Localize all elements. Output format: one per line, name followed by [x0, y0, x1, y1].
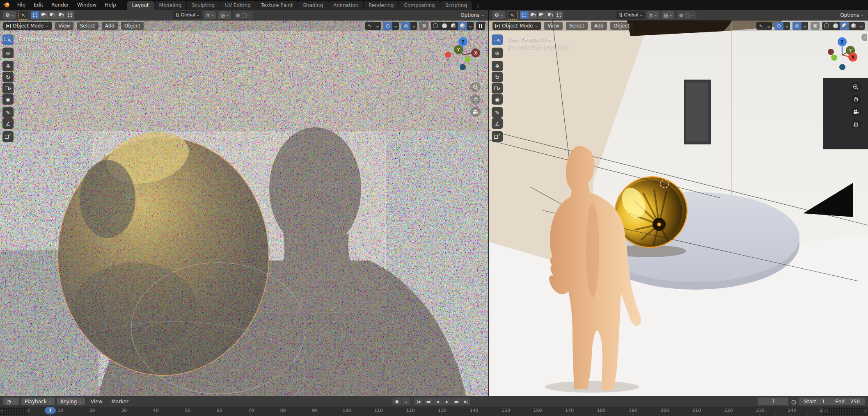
object-visibility-dropdown[interactable]: ↖ ⌄	[756, 22, 772, 30]
ruler-scroll-left-arrow[interactable]: ›	[1, 408, 3, 414]
tool-measure[interactable]: ∠	[492, 118, 503, 129]
tool-cursor[interactable]: ⊕	[2, 48, 14, 58]
camera-view-button[interactable]	[851, 107, 861, 117]
select-mode-intersect[interactable]	[554, 11, 563, 19]
keying-set-dropdown[interactable]: ⌄	[401, 398, 410, 405]
tool-annotate[interactable]: ✎	[492, 107, 503, 118]
tab-uv-editing[interactable]: UV Editing	[220, 1, 256, 10]
mode-dropdown[interactable]: Object Mode ⌄	[3, 22, 52, 30]
select-mode-subtract[interactable]	[48, 11, 57, 19]
record-button[interactable]: ●	[392, 398, 401, 405]
gizmo-y-neg[interactable]	[465, 57, 471, 63]
tweak-tool-button[interactable]: ↖	[508, 11, 518, 20]
shading-wireframe-button[interactable]	[431, 22, 440, 30]
snap-toggle[interactable]: ∩ ⌄	[204, 11, 216, 19]
shading-material-button[interactable]	[449, 22, 458, 30]
tool-rotate[interactable]: ↻	[2, 72, 14, 82]
gizmo-x-axis[interactable]: X	[471, 48, 480, 57]
menu-window[interactable]: Window	[73, 1, 100, 9]
keying-menu[interactable]: Keying ⌄	[57, 398, 85, 405]
shading-solid-button[interactable]	[440, 22, 449, 30]
select-mode-extend[interactable]	[529, 11, 537, 19]
proportional-falloff-dropdown[interactable]: ● ◯ ⌄	[234, 11, 253, 19]
select-mode-intersect[interactable]	[65, 11, 74, 19]
menu-render[interactable]: Render	[48, 1, 73, 9]
snap-toggle[interactable]: ∩ ⌄	[647, 11, 659, 19]
select-mode-set[interactable]	[520, 11, 529, 19]
tool-move[interactable]: ↔↕	[492, 61, 503, 71]
tool-add-cube[interactable]: +	[2, 131, 14, 142]
tab-sculpting[interactable]: Sculpting	[187, 1, 220, 10]
tweak-tool-button[interactable]: ↖	[18, 11, 28, 20]
tab-modeling[interactable]: Modeling	[154, 1, 187, 10]
gizmo-y-axis[interactable]: Y	[454, 45, 463, 54]
zoom-button[interactable]	[470, 82, 481, 92]
tab-shading[interactable]: Shading	[298, 1, 328, 10]
playback-menu[interactable]: Playback ⌄	[21, 398, 55, 405]
menu-file[interactable]: File	[14, 1, 29, 9]
proportional-falloff-dropdown[interactable]: ● ◯ ⌄	[677, 11, 696, 19]
gizmo-x-axis[interactable]: X	[848, 53, 857, 62]
tab-layout[interactable]: Layout	[127, 1, 154, 10]
tool-select-box[interactable]: ↖	[2, 34, 14, 45]
active-tool-dropdown[interactable]: ⚙ ⌄	[3, 11, 16, 19]
shading-wireframe-button[interactable]	[822, 22, 831, 30]
object-visibility-dropdown[interactable]: ↖ ⌄	[365, 22, 381, 30]
menu-edit[interactable]: Edit	[30, 1, 47, 9]
end-frame-field[interactable]: End 250	[830, 398, 865, 405]
overlays-toggle[interactable]: ◎ ⌄	[401, 22, 417, 30]
3d-viewport-left[interactable]: Object Mode ⌄ View Select Add Object ↖ ⌄…	[0, 21, 488, 396]
object-menu[interactable]: Object	[610, 22, 633, 30]
tool-add-cube[interactable]: +	[492, 131, 503, 142]
view-menu[interactable]: View	[544, 22, 562, 30]
object-menu[interactable]: Object	[121, 22, 144, 30]
tab-animation[interactable]: Animation	[328, 1, 363, 10]
transform-orientation-dropdown[interactable]: ⇅ Global ⌄	[616, 11, 645, 19]
select-mode-invert[interactable]	[57, 11, 65, 19]
play-button[interactable]: ▶	[442, 398, 451, 405]
tool-cursor[interactable]: ⊕	[492, 48, 503, 58]
pan-button[interactable]	[851, 94, 861, 105]
playhead[interactable]: 7	[45, 407, 56, 414]
overlays-toggle[interactable]: ◎ ⌄	[792, 22, 808, 30]
play-reverse-button[interactable]: ◀	[433, 398, 442, 405]
transform-orientation-dropdown[interactable]: ⇅ Global ⌄	[173, 11, 202, 19]
add-menu[interactable]: Add	[102, 22, 118, 30]
perspective-toggle-button[interactable]	[851, 119, 861, 129]
select-mode-extend[interactable]	[39, 11, 48, 19]
prev-keyframe-button[interactable]: ◀◆	[423, 398, 433, 405]
shading-material-button[interactable]	[840, 22, 849, 30]
tab-compositing[interactable]: Compositing	[399, 1, 440, 10]
navigation-gizmo-left[interactable]: Z Y X	[444, 35, 482, 73]
3d-viewport-right[interactable]: Object Mode ⌄ View Select Add Object ↖ ⌄…	[489, 21, 868, 396]
tool-scale[interactable]: ↗	[492, 83, 503, 94]
navigation-gizmo-right[interactable]: Z Y X	[824, 35, 862, 73]
current-frame-field[interactable]: 7	[758, 398, 788, 405]
active-tool-dropdown[interactable]: ⚙ ⌄	[492, 11, 505, 19]
menu-help[interactable]: Help	[101, 1, 119, 9]
gizmos-toggle[interactable]: ⊙ ⌄	[774, 22, 790, 30]
shading-rendered-button[interactable]	[849, 22, 858, 30]
camera-view-button[interactable]	[470, 107, 481, 117]
zoom-button[interactable]	[851, 82, 861, 92]
tool-rotate[interactable]: ↻	[492, 72, 503, 82]
tab-texture-paint[interactable]: Texture Paint	[256, 1, 298, 10]
ruler-scroll-right-arrow[interactable]: ‹	[864, 408, 866, 414]
select-menu[interactable]: Select	[566, 22, 588, 30]
add-workspace-button[interactable]: +	[472, 2, 483, 10]
region-collapse-arrow[interactable]: ‹	[861, 34, 867, 41]
gizmo-z-neg[interactable]	[839, 64, 845, 70]
xray-toggle[interactable]: ▣	[419, 22, 428, 30]
gizmo-x-neg[interactable]	[445, 52, 451, 58]
timeline-marker-menu[interactable]: Marker	[108, 399, 131, 405]
start-frame-field[interactable]: Start 1	[799, 398, 830, 405]
tool-select-box[interactable]: ↖	[492, 34, 503, 45]
stopwatch-icon[interactable]: ◷	[791, 399, 796, 405]
tool-measure[interactable]: ∠	[2, 118, 14, 129]
tab-scripting[interactable]: Scripting	[440, 1, 472, 10]
proportional-editing-toggle[interactable]: ◎ ⌄	[662, 11, 674, 19]
xray-toggle[interactable]: ▣	[811, 22, 820, 30]
gizmo-z-neg[interactable]	[460, 64, 466, 70]
select-mode-subtract[interactable]	[537, 11, 546, 19]
tool-move[interactable]: ↔↕	[2, 61, 14, 71]
